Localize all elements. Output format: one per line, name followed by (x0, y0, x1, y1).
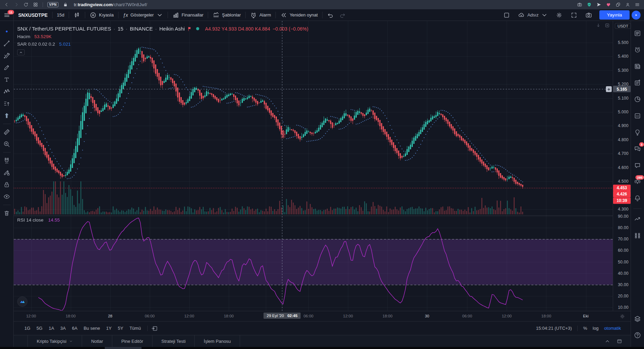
range-1A[interactable]: 1A (46, 324, 57, 332)
collapse-panel-icon[interactable] (605, 338, 610, 344)
redo-button[interactable] (338, 9, 350, 21)
chart-style-button[interactable] (69, 9, 85, 21)
layers-button[interactable] (632, 311, 643, 327)
add-alert-plus-button[interactable]: + (606, 86, 612, 92)
market-status-dot[interactable] (196, 27, 199, 30)
reload-icon[interactable] (23, 2, 29, 7)
forward-icon[interactable] (14, 2, 19, 7)
currency-badge[interactable]: USDT (615, 23, 631, 29)
forecast-tool-button[interactable] (1, 98, 13, 110)
notifications-bell-button[interactable] (632, 190, 643, 206)
range-5Y[interactable]: 5Y (115, 324, 126, 332)
layout-select-button[interactable] (499, 9, 514, 21)
magnet-tool-button[interactable] (1, 155, 13, 167)
range-Tümü[interactable]: Tümü (126, 324, 144, 332)
interval-button[interactable]: 15d (53, 9, 69, 21)
templates-button[interactable]: Şablonlar (208, 9, 245, 21)
tab-pine-editör[interactable]: Pine Editör (112, 335, 152, 347)
trend-line-tool-button[interactable] (1, 37, 13, 49)
financials-button[interactable]: Finansallar (168, 9, 208, 21)
percent-scale-button[interactable]: % (583, 326, 587, 331)
volume-legend-row[interactable]: Hacim 53.529K (17, 34, 308, 39)
tab-i̇şlem-panosu[interactable]: İşlem Panosu (195, 335, 240, 347)
streams-button[interactable]: 285 (632, 173, 643, 190)
alarm-clock-button[interactable] (632, 42, 643, 58)
tab-kripto-takipçisi[interactable]: Kripto Takipçisi (27, 335, 82, 347)
range-6A[interactable]: 6A (69, 324, 81, 332)
range-3A[interactable]: 3A (57, 324, 69, 332)
profile-icon[interactable] (625, 2, 630, 7)
price-chart-canvas[interactable] (14, 21, 613, 311)
back-icon[interactable] (4, 2, 9, 7)
object-tree-button[interactable] (632, 227, 643, 244)
compare-button[interactable]: Kıyasla (85, 9, 118, 21)
maximize-pane-icon[interactable] (605, 23, 610, 28)
pie-button[interactable] (632, 91, 643, 108)
eye-tool-button[interactable] (1, 191, 13, 203)
auto-scale-button[interactable]: otomatik (604, 326, 621, 331)
legend-collapse-button[interactable] (17, 49, 25, 55)
flag-icon[interactable] (187, 26, 192, 31)
chart-pane[interactable]: SNX / TetherUS PERPETUAL FUTURES · 15 · … (14, 21, 613, 311)
chart-settings-button[interactable] (552, 9, 566, 21)
private-chat-button[interactable] (632, 157, 643, 173)
watchlist-button[interactable] (632, 25, 643, 42)
public-chat-button[interactable]: 3 (632, 140, 643, 157)
sar-legend-row[interactable]: SAR 0.02 0.02 0.2 5.021 (17, 42, 308, 47)
undo-button[interactable] (323, 9, 338, 21)
rsi-legend-row[interactable]: RSI 14 close 14.55 (17, 217, 60, 223)
snapshot-button[interactable] (581, 9, 596, 21)
url-bar[interactable]: tr.tradingview.com/chart/7W0n8Jwf/ (74, 2, 147, 7)
main-menu-button[interactable]: 11 (0, 9, 14, 21)
pattern-tool-button[interactable] (1, 86, 13, 98)
notes-button[interactable] (632, 75, 643, 91)
vpn-badge[interactable]: VPN (47, 2, 58, 7)
tab-strateji-testi[interactable]: Strateji Testi (152, 335, 195, 347)
ruler-tool-button[interactable] (1, 126, 13, 138)
brush-tool-button[interactable] (1, 61, 13, 74)
move-pane-down-icon[interactable] (596, 23, 601, 28)
symbol-button[interactable]: SNXUSDTPE (14, 9, 52, 21)
symbol-legend-row[interactable]: SNX / TetherUS PERPETUAL FUTURES · 15 · … (17, 26, 308, 32)
alert-button[interactable]: Alarm (246, 9, 275, 21)
log-scale-button[interactable]: log (593, 326, 599, 331)
panel-window-icon[interactable] (617, 338, 622, 344)
apps-grid-icon[interactable] (33, 2, 38, 7)
data-window-button[interactable] (632, 211, 643, 227)
range-1Y[interactable]: 1Y (103, 324, 115, 332)
range-Bu-sene[interactable]: Bu sene (80, 324, 103, 332)
zoom-in-tool-button[interactable] (1, 138, 13, 150)
extensions-icon[interactable] (615, 2, 621, 7)
arrow-tool-tool-button[interactable] (1, 110, 13, 122)
range-1G[interactable]: 1G (21, 324, 33, 332)
range-5G[interactable]: 5G (33, 324, 45, 332)
replay-button[interactable]: Yeniden oynat (276, 9, 322, 21)
cloud-save-button[interactable]: Adsız (514, 9, 552, 21)
cursor-dot-tool-button[interactable] (1, 25, 13, 37)
publish-idea-button[interactable] (632, 11, 641, 20)
price-axis[interactable]: USDT 5.5005.4005.3005.2005.1005.0004.900… (613, 21, 631, 311)
fullscreen-button[interactable] (567, 9, 581, 21)
tradingview-logo[interactable] (17, 296, 27, 307)
shield-check-icon[interactable] (587, 2, 592, 7)
news-button[interactable] (632, 58, 643, 75)
indicators-button[interactable]: ƒx Göstergeler (118, 9, 168, 21)
send-icon[interactable] (596, 2, 601, 7)
heart-icon[interactable] (606, 2, 611, 7)
drawing-lock-tool-button[interactable] (1, 167, 13, 179)
calendar-button[interactable] (632, 108, 643, 124)
theme-sun-icon[interactable] (620, 314, 625, 319)
idea-button[interactable] (632, 124, 643, 140)
trash-tool-button[interactable] (1, 207, 13, 219)
go-to-date-icon[interactable] (151, 325, 158, 332)
help-button[interactable] (632, 327, 643, 344)
tab-notlar[interactable]: Notlar (82, 335, 112, 347)
pitchfork-tool-button[interactable] (1, 49, 13, 61)
lock-tool-button[interactable] (1, 179, 13, 191)
screenshot-camera-icon[interactable] (577, 2, 582, 7)
clock[interactable]: 15:04:21 (UTC+3) (536, 326, 572, 331)
time-axis[interactable]: 12:0018:002806:0012:0018:0006:0012:0018:… (14, 311, 631, 321)
text-tool-tool-button[interactable] (1, 74, 13, 86)
publish-button[interactable]: Yayınla (599, 10, 630, 20)
browser-menu-icon[interactable] (635, 2, 640, 7)
